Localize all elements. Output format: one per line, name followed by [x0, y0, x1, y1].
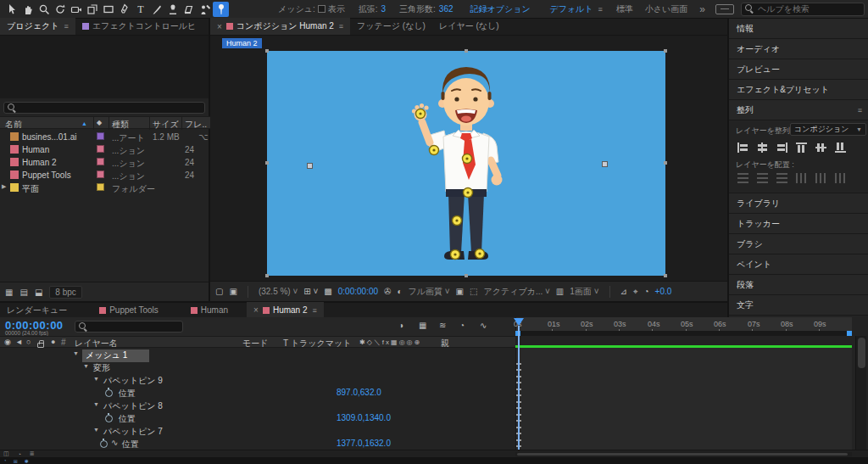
- mesh-handle[interactable]: [602, 161, 608, 167]
- transparency-grid-icon[interactable]: ⬚: [470, 287, 477, 296]
- panel-libraries[interactable]: ライブラリ: [729, 193, 868, 214]
- project-row-human2[interactable]: Human 2 ...ション 24: [0, 156, 210, 169]
- close-icon[interactable]: ×: [253, 305, 259, 315]
- panel-paragraph[interactable]: 段落: [729, 275, 868, 295]
- panel-brushes[interactable]: ブラシ: [729, 234, 868, 254]
- zoom-tool-icon[interactable]: [36, 2, 52, 17]
- workspace-bar-icon[interactable]: [715, 4, 734, 14]
- snapshot-icon[interactable]: ✇: [384, 287, 391, 296]
- expand-in-out-icon[interactable]: ◔: [18, 451, 21, 457]
- stopwatch-icon[interactable]: [105, 415, 113, 422]
- roto-brush-tool-icon[interactable]: [197, 2, 213, 17]
- row-label[interactable]: パペットピン 8: [103, 400, 163, 412]
- record-options-button[interactable]: 記録オプション: [470, 3, 531, 15]
- timeline-search-input[interactable]: [92, 322, 170, 332]
- layer-switches-icons[interactable]: ✱◇＼fx▦◎◎⊕: [359, 338, 421, 347]
- work-area-end-handle[interactable]: [847, 331, 852, 336]
- panel-paint[interactable]: ペイント: [729, 254, 868, 275]
- tab-human2-active[interactable]: × Human 2 ≡: [247, 302, 324, 318]
- row-label[interactable]: 位置: [122, 439, 139, 450]
- row-puppet-pin-8[interactable]: ▼ パペットピン 8: [0, 399, 515, 411]
- composition-canvas[interactable]: [267, 51, 665, 276]
- view-layout-dropdown[interactable]: 1画面 ˅: [570, 286, 598, 298]
- workspace-tab-small-screen[interactable]: 小さい画面: [645, 3, 687, 15]
- twirl-icon[interactable]: ▶: [2, 183, 6, 190]
- comp-handle[interactable]: [664, 49, 667, 53]
- vertical-scrollbar-thumb[interactable]: [858, 338, 865, 368]
- row-label[interactable]: 位置: [119, 388, 136, 400]
- panel-info[interactable]: 情報: [729, 19, 868, 39]
- vertical-scrollbar[interactable]: [855, 336, 866, 450]
- expand-render-time-icon[interactable]: ≣: [30, 450, 35, 457]
- comp-name-badge[interactable]: Human 2: [222, 38, 262, 48]
- selection-tool-icon[interactable]: [3, 2, 19, 17]
- twirl-icon[interactable]: ▼: [93, 401, 99, 407]
- column-size[interactable]: サイズ: [153, 119, 179, 131]
- align-target-dropdown[interactable]: コンポジション ▼: [790, 123, 866, 136]
- draft-3d-icon[interactable]: ▦: [419, 321, 426, 330]
- stopwatch-icon[interactable]: [100, 440, 108, 448]
- panel-tracker[interactable]: トラッカー: [729, 214, 868, 234]
- comp-handle[interactable]: [465, 49, 468, 53]
- panel-effects-presets[interactable]: エフェクト&プリセット: [729, 80, 868, 100]
- network-render-icon[interactable]: ⊞: [14, 458, 18, 464]
- close-icon[interactable]: ×: [217, 22, 222, 31]
- row-label[interactable]: 変形: [93, 362, 110, 374]
- pen-tool-icon[interactable]: [116, 2, 132, 17]
- distribute-left-icon[interactable]: [796, 173, 807, 183]
- panel-menu-icon[interactable]: ≡: [339, 22, 343, 31]
- create-folder-icon[interactable]: ▤: [19, 288, 27, 297]
- fast-previews-icon[interactable]: ⌖: [633, 287, 638, 297]
- pan-behind-tool-icon[interactable]: [84, 2, 100, 17]
- region-of-interest-icon[interactable]: ▣: [456, 287, 464, 296]
- row-label[interactable]: パペットピン 7: [103, 426, 163, 438]
- label-color-chip[interactable]: [97, 158, 104, 165]
- channels-icon[interactable]: ◐: [397, 287, 402, 296]
- column-name[interactable]: 名前: [5, 119, 22, 131]
- composition-mini-flowchart-icon[interactable]: ◑: [398, 321, 403, 330]
- sort-ascending-icon[interactable]: ▲: [81, 120, 87, 126]
- work-area-bar[interactable]: [515, 331, 852, 336]
- viewer-area[interactable]: Human 2: [210, 36, 727, 281]
- mask-visibility-icon[interactable]: ▩: [324, 287, 331, 296]
- audio-column-icon[interactable]: ◄: [15, 338, 23, 346]
- label-color-chip[interactable]: [97, 132, 104, 140]
- distribute-bottom-icon[interactable]: [776, 173, 787, 183]
- twirl-icon[interactable]: ▼: [93, 427, 99, 433]
- view-layout-grid-icon[interactable]: ▥: [556, 287, 564, 296]
- tab-project[interactable]: プロジェクト ≡: [0, 18, 75, 35]
- tab-render-queue[interactable]: レンダーキュー: [0, 302, 74, 318]
- timeline-graph-area[interactable]: [515, 348, 852, 450]
- zoom-level-dropdown[interactable]: (32.5 %) ˅: [259, 287, 298, 296]
- exposure-value[interactable]: +0.0: [655, 287, 672, 296]
- comp-handle[interactable]: [465, 274, 468, 277]
- property-graph-icon[interactable]: ∿: [111, 438, 118, 447]
- expand-transfer-controls-icon[interactable]: ◫: [3, 450, 9, 457]
- puppet-status-icon[interactable]: ✱: [25, 458, 29, 464]
- row-label[interactable]: 位置: [119, 413, 136, 425]
- clone-stamp-tool-icon[interactable]: [164, 2, 181, 17]
- project-search-box[interactable]: [3, 102, 205, 114]
- project-search-input[interactable]: [20, 103, 190, 113]
- tab-human[interactable]: Human: [184, 302, 235, 318]
- eraser-tool-icon[interactable]: [181, 2, 197, 17]
- motion-blur-icon[interactable]: ◔: [459, 321, 465, 330]
- horizontal-scrollbar[interactable]: [515, 452, 852, 456]
- hand-tool-icon[interactable]: [19, 2, 36, 17]
- workspace-overflow-chevron[interactable]: »: [699, 3, 705, 15]
- panel-menu-icon[interactable]: ≡: [858, 106, 862, 115]
- puppet-pin-tool-icon[interactable]: [213, 2, 229, 17]
- row-position-pin9[interactable]: 位置 897.0,632.0: [0, 386, 515, 399]
- distribute-right-icon[interactable]: [835, 173, 846, 183]
- stopwatch-icon[interactable]: [105, 389, 113, 397]
- position-value[interactable]: 1377.0,1632.0: [337, 439, 391, 448]
- project-row-puppet-tools[interactable]: Puppet Tools ...ション 24: [0, 169, 210, 182]
- camera-dropdown[interactable]: アクティブカ... ˅: [483, 286, 549, 298]
- comp-handle[interactable]: [265, 274, 269, 277]
- solo-column-icon[interactable]: ○: [26, 338, 31, 346]
- pixel-aspect-icon[interactable]: ⊿: [620, 287, 627, 296]
- panel-menu-icon[interactable]: ≡: [312, 306, 316, 315]
- playhead-handle[interactable]: [514, 318, 524, 326]
- align-center-vertical-icon[interactable]: [815, 143, 826, 153]
- bit-depth-button[interactable]: 8 bpc: [49, 286, 81, 299]
